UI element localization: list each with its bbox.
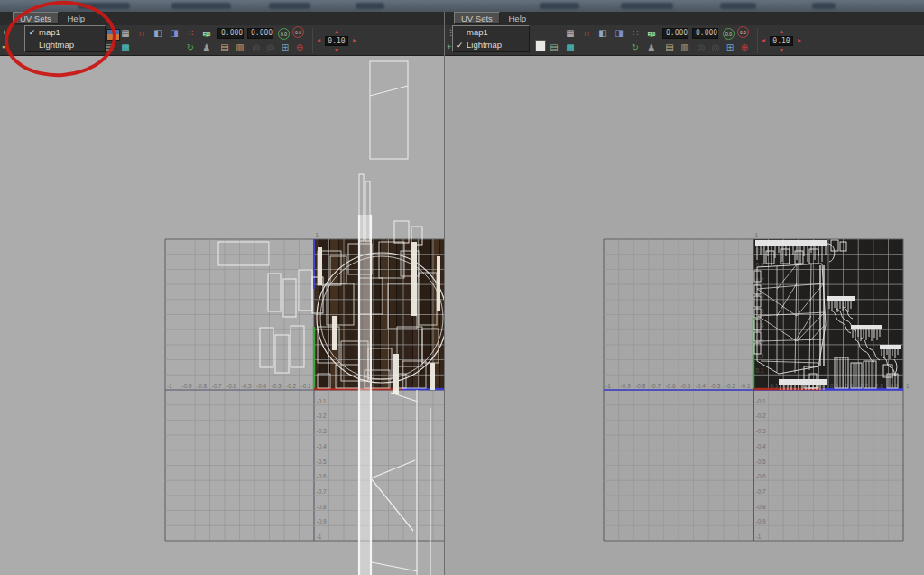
u-coordinate-field[interactable]: 0.000 (662, 28, 688, 39)
step-up-arrow[interactable]: ▴ (777, 27, 786, 35)
magnet-snap-icon[interactable]: ∩ (579, 26, 594, 40)
svg-text:-0.5: -0.5 (756, 459, 767, 465)
flip-u-icon[interactable]: ∷ (628, 26, 642, 40)
uv-canvas-left[interactable]: -1-0.9-0.8-0.7-0.6-0.5-0.4-0.3-0.2-0.10.… (0, 56, 444, 575)
magnet-snap-icon[interactable]: ∩ (134, 26, 149, 40)
rotate-zero-icon[interactable]: 0.0 (278, 28, 290, 40)
snap-f10-icon[interactable]: F10 (199, 26, 214, 40)
screen: UV Sets Help ++ ▪ ▦ ∩ ◧ ◨ ▤ ▩ ∷ F10 ↻ ♟ … (0, 0, 924, 575)
rotate-zero-icon[interactable]: 0.0 (723, 28, 735, 40)
no-rotate-icon[interactable]: 0.0 (292, 26, 304, 38)
rgb-channels-icon[interactable] (134, 41, 149, 54)
flip-u-icon[interactable]: ∷ (183, 26, 198, 40)
svg-text:0.7: 0.7 (420, 383, 429, 389)
svg-text:-1: -1 (605, 383, 611, 389)
svg-text:-1: -1 (167, 383, 172, 389)
snap-f10-icon[interactable]: F10 (644, 26, 659, 40)
svg-text:-0.1: -0.1 (756, 398, 767, 404)
step-value-field[interactable]: 0.10 (325, 36, 348, 46)
shaded-display-icon[interactable] (151, 41, 165, 54)
svg-text:-0.4: -0.4 (317, 443, 328, 450)
uv-set-option-map1[interactable]: ✓map1 (453, 26, 529, 39)
window-titlebar (0, 0, 924, 12)
expand-selection-icon[interactable]: ⊞ (723, 41, 737, 54)
svg-text:-0.1: -0.1 (740, 383, 751, 389)
v-coordinate-field[interactable]: 0.000 (692, 28, 718, 39)
svg-text:0.6: 0.6 (845, 383, 854, 389)
lock-icon[interactable]: ◎ (708, 41, 723, 54)
target-weld-icon[interactable]: ⊕ (737, 41, 752, 54)
lock-icon[interactable]: ◎ (249, 41, 263, 54)
mannequin-icon[interactable]: ♟ (644, 41, 659, 54)
no-rotate-icon[interactable]: 0.0 (737, 26, 749, 38)
svg-text:-0.6: -0.6 (665, 383, 676, 389)
grid-icon[interactable]: ▦ (118, 26, 133, 40)
svg-text:-0.2: -0.2 (317, 413, 328, 419)
expand-selection-icon[interactable]: ⊞ (278, 41, 292, 54)
svg-text:-0.5: -0.5 (242, 383, 253, 389)
copy-doc-icon[interactable]: ▤ (662, 41, 677, 54)
u-coordinate-field[interactable]: 0.000 (217, 28, 244, 39)
step-up-arrow[interactable]: ▴ (332, 27, 341, 35)
rotate-cycle-icon[interactable]: ↻ (183, 41, 198, 54)
copy-uv-icon[interactable]: ◧ (151, 26, 165, 40)
svg-text:-1: -1 (317, 533, 322, 540)
svg-text:-0.7: -0.7 (756, 488, 767, 495)
svg-text:-0.2: -0.2 (725, 383, 736, 389)
toolbar-divider (757, 28, 758, 53)
svg-text:0.8: 0.8 (435, 383, 443, 389)
check-icon: ✓ (453, 39, 467, 51)
help-menu[interactable]: Help (503, 13, 533, 25)
step-snap-control: ▴ ◂ 0.10 ▸ ▾ (318, 27, 356, 54)
checker-map-icon[interactable]: ▩ (118, 41, 133, 54)
rgb-channels-icon[interactable] (579, 41, 594, 54)
titlebar-text-blob (621, 3, 673, 9)
step-snap-control: ▴ ◂ 0.10 ▸ ▾ (762, 27, 800, 54)
svg-text:-0.7: -0.7 (651, 383, 661, 389)
svg-text:-0.9: -0.9 (621, 383, 632, 389)
svg-text:-0.4: -0.4 (696, 383, 707, 389)
checker-map-icon[interactable]: ▩ (563, 41, 578, 54)
page-icon[interactable] (535, 40, 546, 51)
svg-text:-0.3: -0.3 (317, 428, 328, 434)
grid-icon[interactable]: ▦ (563, 26, 578, 40)
step-down-arrow[interactable]: ▾ (332, 46, 341, 54)
shaded-display-icon[interactable] (596, 41, 610, 54)
copy-uv-icon[interactable]: ◧ (596, 26, 610, 40)
step-right-arrow[interactable]: ▸ (795, 36, 804, 44)
svg-text:-0.3: -0.3 (272, 383, 282, 389)
step-down-arrow[interactable]: ▾ (777, 46, 786, 54)
v-coordinate-field[interactable]: 0.000 (247, 28, 273, 39)
lock-icon[interactable]: ◎ (694, 41, 708, 54)
titlebar-text-blob (356, 3, 384, 9)
svg-text:0.1: 0.1 (331, 383, 339, 389)
uv-canvas-right[interactable]: -1-0.9-0.8-0.7-0.6-0.5-0.4-0.3-0.2-0.10.… (445, 56, 924, 575)
target-weld-icon[interactable]: ⊕ (292, 41, 307, 54)
paste-doc-icon[interactable]: ▥ (678, 41, 692, 54)
titlebar-text-blob (540, 3, 579, 9)
titlebar-text-blob (269, 3, 310, 9)
paste-doc-icon[interactable]: ▥ (233, 41, 247, 54)
svg-text:-0.9: -0.9 (756, 518, 767, 524)
step-left-arrow[interactable]: ◂ (314, 36, 323, 44)
svg-text:-0.2: -0.2 (286, 383, 297, 389)
uv-sets-menu[interactable]: UV Sets (454, 12, 500, 24)
lock-icon[interactable]: ◎ (263, 41, 278, 54)
svg-text:-0.1: -0.1 (301, 383, 312, 389)
svg-text:-0.8: -0.8 (197, 383, 208, 389)
step-right-arrow[interactable]: ▸ (350, 36, 359, 44)
menubar-right: UV Sets Help (445, 12, 924, 25)
svg-text:-1: -1 (756, 533, 762, 540)
titlebar-text-blob (812, 3, 836, 9)
svg-text:-0.6: -0.6 (226, 383, 237, 389)
layout-uv-icon[interactable]: ▤ (547, 41, 561, 54)
step-left-arrow[interactable]: ◂ (759, 36, 768, 44)
uv-set-option-lightmap[interactable]: ✓Lightmap (453, 39, 529, 51)
copy-doc-icon[interactable]: ▤ (217, 41, 232, 54)
rotate-cycle-icon[interactable]: ↻ (628, 41, 642, 54)
paste-uv-icon[interactable]: ◨ (612, 26, 626, 40)
step-value-field[interactable]: 0.10 (770, 36, 793, 46)
svg-text:-0.5: -0.5 (317, 459, 328, 465)
mannequin-icon[interactable]: ♟ (199, 41, 214, 54)
paste-uv-icon[interactable]: ◨ (167, 26, 181, 40)
